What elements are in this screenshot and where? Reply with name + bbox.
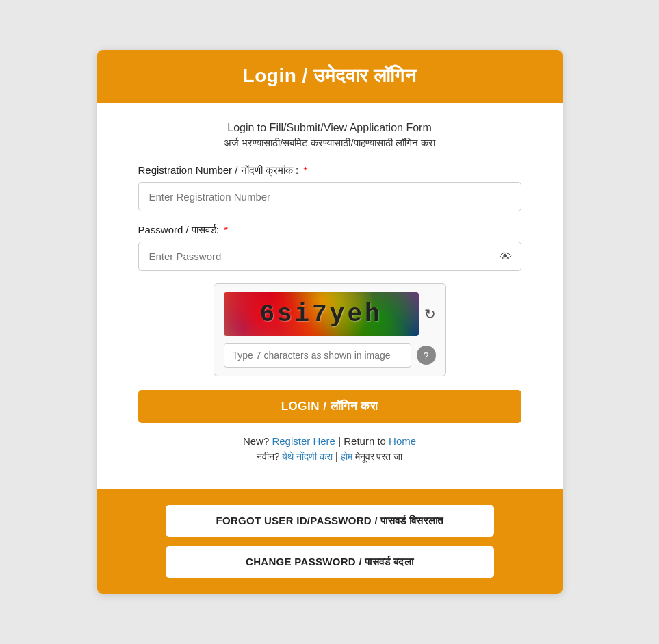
home-link-en[interactable]: Home — [389, 435, 416, 447]
captcha-box: 6si7yeh ↻ ? — [214, 283, 446, 376]
register-here-link[interactable]: Register Here — [272, 435, 335, 447]
change-password-button[interactable]: CHANGE PASSWORD / पासवर्ड बदला — [166, 546, 494, 578]
captcha-help-button[interactable]: ? — [417, 346, 436, 365]
captcha-image: 6si7yeh — [224, 292, 419, 336]
login-card: Login / उमेदवार लॉगिन Login to Fill/Subm… — [97, 50, 563, 594]
password-input[interactable] — [138, 242, 521, 271]
links-section: New? Register Here | Return to Home नवीन… — [138, 435, 521, 463]
password-label: Password / पासवर्ड: * — [138, 224, 521, 236]
password-wrapper: 👁 — [138, 242, 521, 271]
links-marathi: नवीन? येथे नोंदणी करा | होम मेनूवर परत ज… — [138, 451, 521, 463]
password-group: Password / पासवर्ड: * 👁 — [138, 224, 521, 271]
captcha-text: 6si7yeh — [254, 300, 387, 329]
page-wrapper: Login / उमेदवार लॉगिन Login to Fill/Subm… — [0, 0, 659, 644]
card-header: Login / उमेदवार लॉगिन — [97, 50, 563, 103]
captcha-help-icon: ? — [423, 350, 428, 361]
captcha-section: 6si7yeh ↻ ? — [138, 283, 521, 376]
links-english: New? Register Here | Return to Home — [138, 435, 521, 447]
registration-label: Registration Number / नोंदणी क्रमांक : * — [138, 164, 521, 177]
eye-icon[interactable]: 👁 — [500, 249, 512, 263]
home-link-mr[interactable]: होम — [341, 451, 352, 462]
registration-input[interactable] — [138, 182, 521, 211]
captcha-image-wrapper: 6si7yeh ↻ — [224, 292, 436, 336]
captcha-input-row: ? — [224, 343, 436, 368]
card-footer: FORGOT USER ID/PASSWORD / पासवर्ड विसरला… — [97, 489, 563, 594]
forgot-password-button[interactable]: FORGOT USER ID/PASSWORD / पासवर्ड विसरला… — [166, 505, 494, 537]
password-required: * — [224, 224, 228, 235]
registration-required: * — [303, 164, 307, 176]
captcha-refresh-icon[interactable]: ↻ — [424, 306, 436, 322]
registration-group: Registration Number / नोंदणी क्रमांक : * — [138, 164, 521, 211]
subtitle-marathi: अर्ज भरण्यासाठी/सबमिट करण्यासाठी/पाहण्या… — [138, 137, 521, 149]
register-here-link-mr[interactable]: येथे नोंदणी करा — [282, 451, 333, 462]
subtitle-english: Login to Fill/Submit/View Application Fo… — [138, 122, 521, 134]
login-button[interactable]: LOGIN / लॉगिन करा — [138, 390, 521, 423]
subtitle-section: Login to Fill/Submit/View Application Fo… — [138, 122, 521, 149]
card-body: Login to Fill/Submit/View Application Fo… — [97, 103, 563, 489]
page-title: Login / उमेदवार लॉगिन — [111, 65, 549, 88]
captcha-input[interactable] — [224, 343, 411, 368]
